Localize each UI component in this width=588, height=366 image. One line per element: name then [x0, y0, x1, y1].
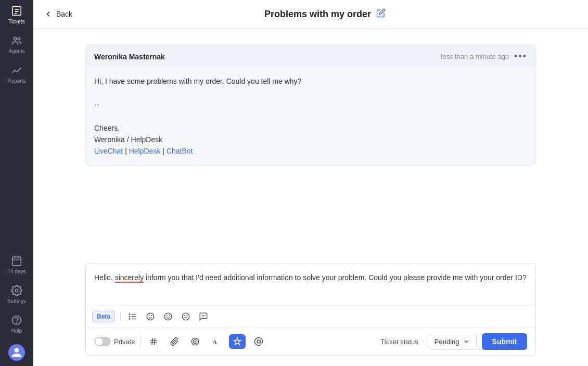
ai-edit-icon	[233, 337, 242, 346]
ai-edit-button[interactable]	[229, 334, 246, 349]
ai-icon	[199, 312, 208, 321]
toolbar-divider-1	[120, 312, 121, 321]
back-arrow-icon	[44, 9, 53, 19]
tickets-label: Tickets	[8, 19, 24, 24]
beta-badge: Beta	[92, 311, 115, 322]
page-header: Back Problems with my order	[33, 0, 588, 29]
status-value: Pending	[434, 338, 459, 346]
svg-rect-6	[12, 257, 21, 266]
svg-point-11	[12, 316, 21, 325]
svg-point-17	[129, 316, 130, 317]
settings-label: Settings	[7, 298, 26, 304]
ticket-title-text: Problems with my order	[264, 9, 371, 20]
font-button[interactable]: A	[208, 335, 224, 348]
agents-label: Agents	[8, 48, 24, 54]
mention-button[interactable]	[251, 335, 266, 348]
target-icon	[190, 337, 200, 346]
livechat-link[interactable]: LiveChat	[94, 147, 123, 155]
svg-point-19	[147, 313, 154, 320]
agents-icon	[11, 35, 22, 46]
svg-point-22	[164, 313, 172, 320]
sep1: |	[123, 147, 129, 155]
reports-label: Reports	[7, 78, 25, 84]
sep2: |	[160, 147, 166, 155]
page-title: Problems with my order	[72, 8, 578, 20]
hashtag-button[interactable]	[146, 335, 161, 348]
svg-point-4	[14, 37, 17, 41]
attachment-icon	[170, 337, 179, 346]
message-sender: Weronika Masternak	[94, 53, 165, 61]
sidebar: Tickets Agents Reports 14 days	[0, 0, 33, 366]
help-label: Help	[11, 328, 22, 334]
message-dash: --	[94, 99, 527, 110]
font-icon: A	[211, 337, 221, 346]
back-label: Back	[56, 10, 72, 18]
list-icon	[128, 312, 137, 321]
message-body: Hi, I have some problems with my order. …	[86, 67, 535, 166]
action-bar-divider	[140, 336, 140, 347]
smile-icon-1	[146, 312, 155, 321]
chatbot-link[interactable]: ChatBot	[167, 147, 193, 155]
svg-point-25	[182, 313, 189, 320]
help-icon	[11, 314, 22, 326]
edit-title-icon[interactable]	[376, 8, 386, 20]
svg-rect-0	[12, 7, 21, 16]
svg-point-18	[129, 319, 130, 320]
svg-point-5	[18, 37, 20, 40]
svg-text:A: A	[213, 338, 218, 346]
ticket-content: Weronika Masternak less than a minute ag…	[33, 29, 588, 263]
reply-toolbar: Beta	[86, 305, 535, 327]
user-avatar-item[interactable]	[7, 339, 26, 366]
settings-icon	[11, 285, 22, 296]
message-sig: Weronika / HelpDesk	[94, 134, 527, 145]
main-area: Back Problems with my order Weronika Mas…	[33, 0, 588, 366]
svg-point-37	[257, 340, 260, 343]
sidebar-item-help[interactable]: Help	[7, 309, 26, 339]
14days-label: 14 days	[7, 269, 25, 274]
sidebar-item-agents[interactable]: Agents	[0, 30, 33, 59]
submit-button[interactable]: Submit	[482, 333, 527, 350]
emoji-button-1[interactable]	[144, 310, 157, 323]
sidebar-item-settings[interactable]: Settings	[7, 280, 26, 309]
message-meta: less than a minute ago •••	[441, 51, 527, 62]
private-label: Private	[114, 338, 135, 346]
chevron-down-icon	[463, 338, 470, 345]
action-bar: Private	[86, 327, 535, 355]
ticket-status-dropdown[interactable]: Pending	[428, 334, 477, 350]
reply-text-area[interactable]: Hello. sincerely inform you that I'd nee…	[86, 263, 535, 305]
private-toggle[interactable]: Private	[94, 337, 135, 346]
avatar-icon	[11, 347, 22, 358]
sidebar-bottom: 14 days Settings Help	[7, 250, 26, 366]
message-card: Weronika Masternak less than a minute ag…	[85, 44, 536, 166]
pencil-icon	[376, 8, 386, 18]
message-line1: Hi, I have some problems with my order. …	[94, 75, 527, 87]
sidebar-item-tickets[interactable]: Tickets	[0, 0, 33, 30]
svg-point-35	[195, 341, 196, 342]
list-format-button[interactable]	[126, 310, 139, 323]
reply-box: Hello. sincerely inform you that I'd nee…	[85, 263, 536, 356]
avatar	[8, 344, 25, 361]
tickets-icon	[11, 5, 22, 17]
helpdesk-link[interactable]: HelpDesk	[129, 147, 161, 155]
back-button[interactable]: Back	[44, 9, 72, 19]
reports-icon	[11, 65, 22, 76]
sidebar-item-reports[interactable]: Reports	[0, 59, 33, 89]
sidebar-item-14days[interactable]: 14 days	[7, 250, 26, 280]
smile-icon-2	[163, 312, 173, 321]
message-cheers: Cheers,	[94, 122, 527, 134]
smile-icon-3	[181, 312, 190, 321]
trial-icon	[11, 255, 22, 267]
target-button[interactable]	[187, 335, 203, 348]
underlined-word: sincerely	[115, 273, 144, 283]
emoji-button-2[interactable]	[161, 310, 175, 323]
ticket-status-label: Ticket status	[380, 338, 418, 346]
mention-icon	[254, 337, 263, 346]
emoji-button-3[interactable]	[179, 310, 193, 323]
ai-suggestions-button[interactable]	[197, 310, 210, 323]
svg-point-16	[129, 314, 130, 315]
svg-line-32	[155, 338, 156, 345]
hashtag-icon	[149, 337, 158, 346]
attachment-button[interactable]	[167, 335, 182, 348]
message-options-button[interactable]: •••	[514, 51, 527, 62]
toggle-switch[interactable]	[94, 337, 111, 346]
